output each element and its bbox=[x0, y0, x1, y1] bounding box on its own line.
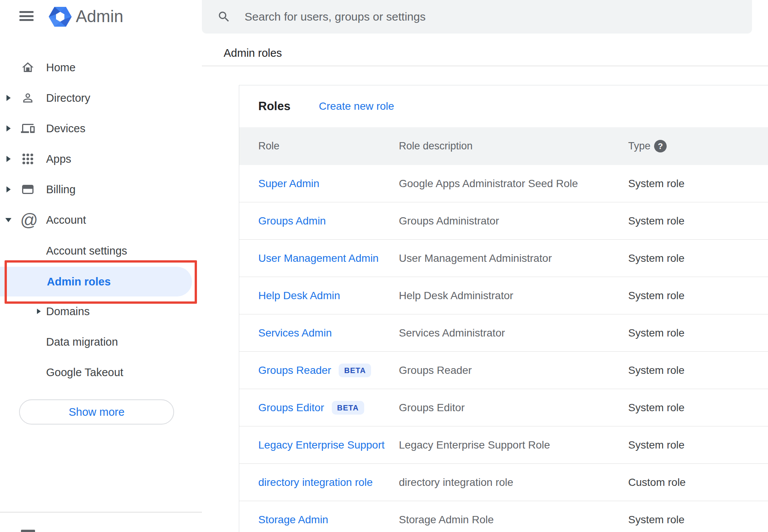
role-type: System role bbox=[628, 389, 685, 426]
show-more-button[interactable]: Show more bbox=[19, 399, 174, 425]
role-link[interactable]: Services Admin bbox=[258, 327, 332, 339]
role-description: Services Administrator bbox=[399, 314, 505, 351]
role-type: System role bbox=[628, 352, 685, 389]
role-type: System role bbox=[628, 240, 685, 277]
role-description: Legacy Enterprise Support Role bbox=[399, 426, 550, 463]
sidebar-item-admin-roles-selected[interactable]: Admin roles bbox=[0, 267, 192, 296]
sidebar-item-label: Domains bbox=[46, 296, 90, 327]
role-description: Help Desk Administrator bbox=[399, 277, 513, 314]
search-bar[interactable] bbox=[202, 0, 752, 34]
expand-arrow-icon[interactable] bbox=[6, 95, 11, 101]
role-type: System role bbox=[628, 426, 685, 463]
sidebar-item-account[interactable]: @ Account bbox=[0, 205, 202, 235]
role-type: Custom role bbox=[628, 464, 686, 501]
sidebar-item-label: Home bbox=[46, 52, 75, 83]
sidebar-item-label: Account bbox=[46, 205, 86, 235]
role-link[interactable]: Storage Admin bbox=[258, 514, 328, 526]
role-type: System role bbox=[628, 277, 685, 314]
help-icon[interactable]: ? bbox=[654, 140, 667, 152]
role-link[interactable]: Groups Editor bbox=[258, 402, 324, 414]
sidebar-bottom-divider bbox=[0, 512, 202, 513]
apps-grid-icon bbox=[21, 152, 35, 166]
expand-arrow-icon[interactable] bbox=[6, 156, 11, 162]
role-description: Groups Reader bbox=[399, 352, 472, 389]
app-title: Admin bbox=[76, 6, 123, 27]
sidebar-item-domains[interactable]: Domains bbox=[0, 296, 202, 327]
sidebar-item-directory[interactable]: Directory bbox=[0, 83, 202, 113]
sidebar-item-label: Billing bbox=[46, 174, 75, 205]
role-link[interactable]: Super Admin bbox=[258, 178, 319, 190]
role-link[interactable]: Groups Reader bbox=[258, 364, 331, 377]
roles-title: Roles bbox=[258, 85, 290, 127]
expand-arrow-icon[interactable] bbox=[6, 186, 11, 192]
sidebar-item-label: Google Takeout bbox=[46, 357, 123, 388]
sidebar-item-label: Directory bbox=[46, 83, 90, 113]
table-row: Services Admin Services Administrator Sy… bbox=[239, 314, 768, 352]
devices-icon bbox=[21, 122, 35, 135]
role-link[interactable]: directory integration role bbox=[258, 476, 373, 489]
table-row: directory integration role directory int… bbox=[239, 464, 768, 501]
role-description: User Management Administrator bbox=[399, 240, 552, 277]
role-description: Groups Administrator bbox=[399, 202, 499, 239]
menu-icon[interactable] bbox=[19, 11, 34, 21]
beta-badge: BETA bbox=[339, 364, 371, 377]
table-row: Groups Editor BETA Groups Editor System … bbox=[239, 389, 768, 426]
admin-logo-icon bbox=[49, 6, 72, 27]
role-type: System role bbox=[628, 202, 685, 239]
clipped-sidebar-icon bbox=[21, 530, 35, 532]
column-header-type: Type bbox=[628, 127, 651, 165]
table-row: Legacy Enterprise Support Legacy Enterpr… bbox=[239, 426, 768, 464]
at-icon: @ bbox=[20, 205, 38, 235]
expand-arrow-icon[interactable] bbox=[6, 125, 11, 131]
sidebar-item-google-takeout[interactable]: Google Takeout bbox=[0, 357, 202, 388]
role-link[interactable]: Legacy Enterprise Support bbox=[258, 439, 385, 451]
table-row: Groups Reader BETA Groups Reader System … bbox=[239, 352, 768, 389]
create-new-role-link[interactable]: Create new role bbox=[319, 85, 394, 127]
role-description: Google Apps Administrator Seed Role bbox=[399, 165, 578, 202]
search-icon bbox=[217, 10, 231, 24]
sidebar: Admin Home Directory Devices bbox=[0, 0, 202, 532]
beta-badge: BETA bbox=[332, 401, 364, 415]
collapse-arrow-icon[interactable] bbox=[5, 218, 11, 222]
table-row: Storage Admin Storage Admin Role System … bbox=[239, 501, 768, 532]
sidebar-item-account-settings[interactable]: Account settings bbox=[0, 236, 202, 266]
google-admin-console: Admin Home Directory Devices bbox=[0, 0, 768, 532]
sidebar-item-label: Data migration bbox=[46, 327, 118, 357]
sidebar-item-label: Apps bbox=[46, 144, 71, 174]
sidebar-item-label: Devices bbox=[46, 113, 85, 144]
role-link[interactable]: Help Desk Admin bbox=[258, 290, 340, 302]
table-row: Groups Admin Groups Administrator System… bbox=[239, 202, 768, 240]
table-row: User Management Admin User Management Ad… bbox=[239, 240, 768, 277]
role-type: System role bbox=[628, 165, 685, 202]
role-type: System role bbox=[628, 501, 685, 532]
search-input[interactable] bbox=[245, 0, 721, 34]
expand-arrow-icon[interactable] bbox=[37, 309, 41, 314]
credit-card-icon bbox=[21, 183, 35, 196]
sidebar-item-devices[interactable]: Devices bbox=[0, 113, 202, 144]
roles-table-body: Super Admin Google Apps Administrator Se… bbox=[239, 165, 768, 532]
roles-card: Roles Create new role Role Role descript… bbox=[239, 85, 768, 532]
role-description: directory integration role bbox=[399, 464, 513, 501]
table-row: Help Desk Admin Help Desk Administrator … bbox=[239, 277, 768, 314]
role-description: Storage Admin Role bbox=[399, 501, 494, 532]
role-link[interactable]: User Management Admin bbox=[258, 252, 379, 264]
sidebar-item-home[interactable]: Home bbox=[0, 52, 202, 83]
column-header-role: Role bbox=[258, 127, 280, 165]
person-icon bbox=[21, 91, 35, 105]
sidebar-item-billing[interactable]: Billing bbox=[0, 174, 202, 205]
breadcrumb: Admin roles bbox=[224, 46, 282, 59]
sidebar-item-data-migration[interactable]: Data migration bbox=[0, 327, 202, 357]
sidebar-item-apps[interactable]: Apps bbox=[0, 144, 202, 174]
table-header-row: Role Role description Type ? bbox=[239, 127, 768, 165]
roles-card-header: Roles Create new role bbox=[239, 85, 768, 127]
sidebar-item-label: Admin roles bbox=[47, 267, 111, 296]
header-divider bbox=[202, 66, 768, 66]
home-icon bbox=[21, 61, 35, 74]
role-type: System role bbox=[628, 314, 685, 351]
role-link[interactable]: Groups Admin bbox=[258, 215, 326, 227]
sidebar-item-label: Account settings bbox=[46, 236, 127, 266]
column-header-description: Role description bbox=[399, 127, 473, 165]
role-description: Groups Editor bbox=[399, 389, 465, 426]
table-row: Super Admin Google Apps Administrator Se… bbox=[239, 165, 768, 202]
